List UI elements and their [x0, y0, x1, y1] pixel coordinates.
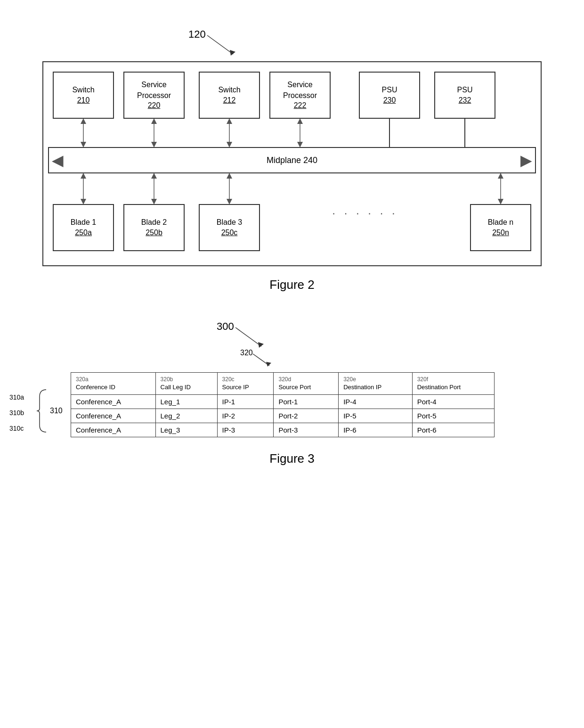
- arrow-bladen: [491, 173, 510, 204]
- psu-232-box: PSU 232: [434, 72, 495, 119]
- arrow-sp220: [145, 119, 163, 147]
- table-header-row: 320a Conference ID 320b Call Leg ID 320c…: [71, 373, 495, 395]
- blade1-box: Blade 1 250a: [53, 204, 114, 251]
- table-row: Conference_A Leg_2 IP-2 Port-2 IP-5 Port…: [71, 409, 495, 423]
- midplane-left-arrow: ◀: [52, 153, 64, 168]
- table-row: Conference_A Leg_1 IP-1 Port-1 IP-4 Port…: [71, 394, 495, 409]
- midplane-label: Midplane 240: [267, 155, 317, 165]
- psu230-line: [389, 119, 390, 147]
- arrow-blade2: [145, 173, 163, 204]
- col-header-source-ip: 320c Source IP: [217, 373, 274, 395]
- row-label-310c: 310c: [9, 420, 24, 436]
- figure2: 120 Switch 210 Service Processor 220: [33, 0, 551, 292]
- col-header-call-leg-id: 320b Call Leg ID: [155, 373, 217, 395]
- psu232-line: [464, 119, 465, 147]
- row-labels-group: 310a 310b 310c: [9, 389, 24, 436]
- blade2-box: Blade 2 250b: [123, 204, 185, 251]
- switch-210-box: Switch 210: [53, 72, 114, 119]
- figure2-caption: Figure 2: [33, 278, 551, 292]
- arrow-blade1: [74, 173, 93, 204]
- table-row: Conference_A Leg_3 IP-3 Port-3 IP-6 Port…: [71, 423, 495, 437]
- label-310: 310: [50, 407, 63, 415]
- col-header-source-port: 320d Source Port: [274, 373, 339, 395]
- brace-310-group: 310: [33, 387, 63, 434]
- service-processor-222-box: Service Processor 222: [269, 72, 331, 119]
- col-header-destination-port: 320f Destination Port: [412, 373, 494, 395]
- table-body: Conference_A Leg_1 IP-1 Port-1 IP-4 Port…: [71, 394, 495, 437]
- arrow-320: [251, 352, 274, 368]
- svg-marker-17: [266, 362, 271, 367]
- svg-marker-1: [230, 50, 235, 56]
- switch-212-box: Switch 212: [199, 72, 260, 119]
- arrow-sp222: [291, 119, 309, 147]
- arrow-120: [203, 33, 240, 57]
- arrow-blade3: [220, 173, 239, 204]
- service-processor-220-box: Service Processor 220: [123, 72, 185, 119]
- figure3: 300 320 310 310a 310b 310c: [33, 320, 551, 466]
- row-label-310a: 310a: [9, 389, 24, 405]
- arrow-switch210: [74, 119, 93, 147]
- col-header-conference-id: 320a Conference ID: [71, 373, 156, 395]
- col-header-destination-ip: 320e Destination IP: [339, 373, 413, 395]
- midplane-right-arrow: ▶: [520, 153, 532, 168]
- svg-line-0: [207, 35, 233, 54]
- psu-230-box: PSU 230: [359, 72, 420, 119]
- arrow-switch212: [220, 119, 239, 147]
- figure3-caption: Figure 3: [33, 451, 551, 466]
- dots: . . . . . .: [260, 204, 470, 217]
- svg-marker-15: [258, 342, 264, 348]
- brace-310-svg: [33, 387, 48, 434]
- svg-line-14: [235, 327, 261, 346]
- bladen-box: Blade n 250n: [470, 204, 531, 251]
- data-table: 320a Conference ID 320b Call Leg ID 320c…: [71, 372, 495, 437]
- row-label-310b: 310b: [9, 405, 24, 420]
- arrow-300: [231, 325, 268, 349]
- blade3-box: Blade 3 250c: [199, 204, 260, 251]
